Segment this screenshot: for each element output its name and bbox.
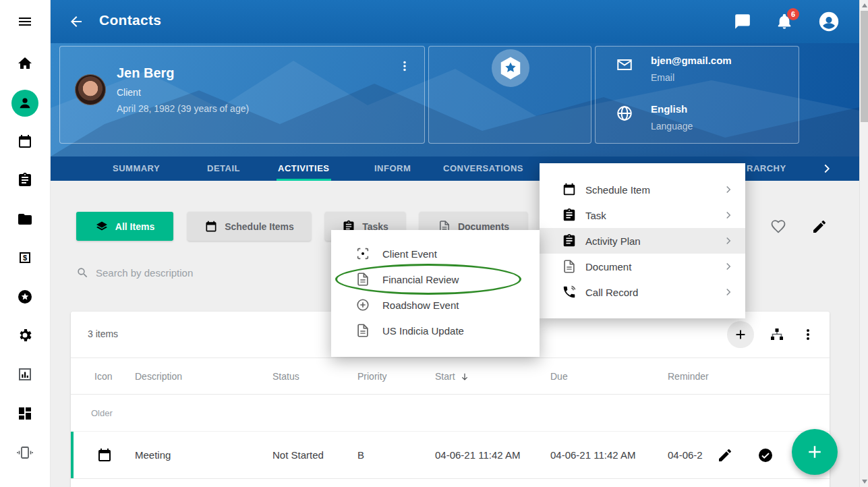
settings-icon[interactable] <box>17 327 33 343</box>
profile-hero: Jen Berg Client April 28, 1982 (39 years… <box>51 43 859 156</box>
column-description[interactable]: Description <box>135 358 182 395</box>
folder-icon[interactable] <box>17 211 33 227</box>
calendar-icon[interactable] <box>17 134 33 150</box>
table-header-row: Icon Description Status Priority Start D… <box>71 357 830 395</box>
favorites-icon[interactable] <box>17 289 33 305</box>
menu-item-task[interactable]: Task <box>540 202 745 228</box>
clipboard-icon <box>562 208 577 223</box>
filter-all-items-button[interactable]: All Items <box>76 212 173 241</box>
calendar-icon <box>562 182 577 197</box>
submenu-item-financial-review[interactable]: Financial Review <box>331 266 540 292</box>
tasks-icon[interactable] <box>17 172 33 188</box>
app-sidebar <box>0 0 51 487</box>
group-row-older: Older <box>71 395 830 432</box>
profile-card: Jen Berg Client April 28, 1982 (39 years… <box>59 46 425 144</box>
list-kebab-icon[interactable] <box>800 326 816 343</box>
menu-icon[interactable] <box>17 13 33 30</box>
plus-icon <box>805 442 825 462</box>
plus-circle-icon <box>355 297 370 312</box>
table-row[interactable]: Meeting Not Started B 04-06-21 11:42 AM … <box>71 432 830 479</box>
column-status[interactable]: Status <box>272 358 299 395</box>
contact-name: Jen Berg <box>117 65 175 81</box>
language-label: Language <box>651 121 693 132</box>
tab-summary[interactable]: SUMMARY <box>111 156 161 181</box>
submenu-item-roadshow-event[interactable]: Roadshow Event <box>331 292 540 318</box>
scroll-up-arrow-icon[interactable] <box>862 3 867 7</box>
edit-icon[interactable] <box>811 219 828 235</box>
tab-activities[interactable]: ACTIVITIES <box>277 156 331 181</box>
filter-schedule-items-button[interactable]: Schedule Items <box>187 212 311 241</box>
profile-kebab-icon[interactable] <box>397 59 412 74</box>
email-value: bjen@gmail.com <box>651 55 732 66</box>
reports-icon[interactable] <box>17 366 33 382</box>
tabs-overflow-chevron-icon[interactable] <box>819 161 834 176</box>
document-icon <box>355 272 370 287</box>
items-count: 3 items <box>88 312 118 357</box>
email-label: Email <box>651 72 674 83</box>
home-icon[interactable] <box>17 56 33 72</box>
scrollbar-thumb[interactable] <box>861 11 868 122</box>
globe-icon <box>616 105 633 122</box>
scroll-down-arrow-icon[interactable] <box>862 480 867 484</box>
submenu-item-client-event[interactable]: Client Event <box>331 241 540 266</box>
favorite-heart-icon[interactable] <box>770 219 786 235</box>
vertical-scrollbar[interactable] <box>859 0 868 487</box>
column-reminder[interactable]: Reminder <box>668 358 709 395</box>
layers-icon <box>95 220 109 233</box>
submenu-item-us-indicia-update[interactable]: US Indicia Update <box>331 318 540 343</box>
chevron-right-icon <box>722 235 734 247</box>
clipboard-icon <box>562 233 577 248</box>
notification-badge: 6 <box>787 8 799 20</box>
row-description: Meeting <box>135 432 171 479</box>
plus-icon <box>733 327 748 342</box>
activity-plan-submenu: Client Event Financial Review Roadshow E… <box>331 230 540 357</box>
row-start: 04-06-21 11:42 AM <box>435 432 520 479</box>
menu-item-activity-plan[interactable]: Activity Plan <box>540 228 745 254</box>
column-priority[interactable]: Priority <box>357 358 387 395</box>
search-icon <box>76 266 89 279</box>
contacts-icon[interactable] <box>11 90 38 117</box>
language-value: English <box>651 103 687 115</box>
dashboard-icon[interactable] <box>17 405 33 422</box>
search-input[interactable] <box>96 267 345 279</box>
page-title: Contacts <box>99 12 161 28</box>
chevron-right-icon <box>722 183 734 196</box>
bell-icon[interactable]: 6 <box>776 13 793 30</box>
contact-role: Client <box>117 87 141 98</box>
tab-hierarchy-partial[interactable]: RARCHY <box>745 156 788 181</box>
mail-icon <box>616 56 633 74</box>
row-accent-bar <box>71 432 74 478</box>
column-start[interactable]: Start <box>435 358 470 395</box>
list-controls <box>727 321 816 348</box>
menu-item-document[interactable]: Document <box>540 254 745 279</box>
tab-detail[interactable]: DETAIL <box>206 156 241 181</box>
chat-icon[interactable] <box>734 13 751 30</box>
avatar <box>75 74 106 105</box>
topbar-actions: 6 <box>734 10 840 33</box>
account-icon[interactable] <box>817 10 840 33</box>
column-icon: Icon <box>94 358 112 395</box>
main-area: Jen Berg Client April 28, 1982 (39 years… <box>51 0 859 487</box>
chevron-right-icon <box>722 209 734 221</box>
tab-inform[interactable]: INFORM <box>373 156 412 181</box>
row-priority: B <box>357 432 364 479</box>
row-complete-check-icon[interactable] <box>757 447 774 463</box>
contact-birthdate: April 28, 1982 (39 years of age) <box>117 103 249 114</box>
billing-icon[interactable] <box>17 250 33 266</box>
row-edit-icon[interactable] <box>717 447 733 463</box>
document-icon <box>355 323 370 338</box>
tab-conversations[interactable]: CONVERSATIONS <box>442 156 525 181</box>
add-item-button[interactable] <box>727 321 754 348</box>
fab-add-button[interactable] <box>792 429 838 475</box>
back-icon[interactable] <box>68 13 84 30</box>
hierarchy-icon[interactable] <box>769 326 785 343</box>
calendar-icon <box>204 220 218 233</box>
vibration-icon[interactable] <box>17 445 33 461</box>
topbar: Contacts 6 <box>51 0 859 43</box>
search-field[interactable] <box>76 262 366 283</box>
menu-item-schedule-item[interactable]: Schedule Item <box>540 177 745 202</box>
menu-item-call-record[interactable]: Call Record <box>540 279 745 305</box>
star-badge-icon <box>498 55 523 81</box>
column-due[interactable]: Due <box>550 358 568 395</box>
badge-card <box>428 46 591 144</box>
